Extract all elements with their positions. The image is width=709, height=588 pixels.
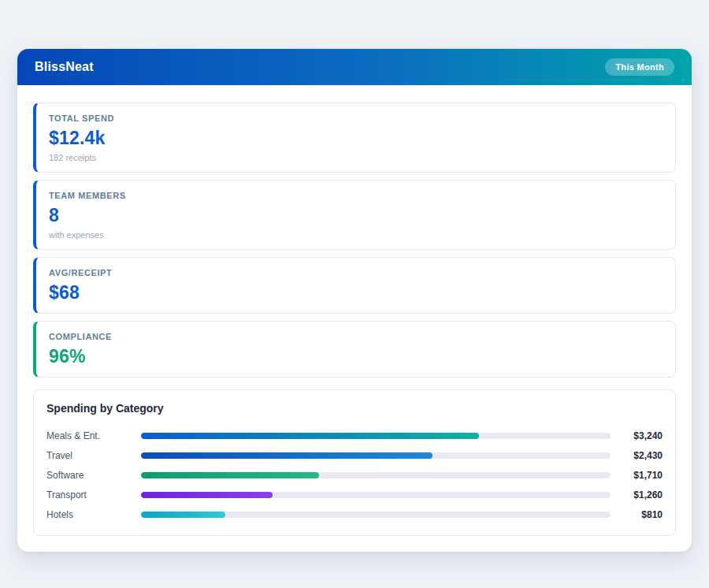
stat-value: $12.4k (49, 128, 663, 149)
value-label: $810 (611, 509, 663, 520)
stat-card-team-members: TEAM MEMBERS 8 with expenses (33, 180, 676, 250)
stat-label: AVG/RECEIPT (49, 268, 663, 277)
bar-track (141, 433, 611, 439)
spending-by-category-chart: Spending by Category Meals & Ent. $3,240… (33, 389, 676, 536)
category-label: Meals & Ent. (46, 430, 141, 441)
category-label: Transport (46, 489, 141, 501)
value-label: $1,710 (611, 470, 663, 481)
category-label: Software (46, 470, 141, 481)
bar-track (141, 472, 611, 478)
stat-value: 8 (49, 205, 663, 226)
value-label: $1,260 (611, 489, 663, 501)
chart-row-meals: Meals & Ent. $3,240 (46, 426, 663, 445)
bar-fill-transport (141, 492, 273, 498)
stat-label: COMPLIANCE (49, 332, 663, 341)
app-title: BlissNeat (35, 60, 94, 74)
period-badge[interactable]: This Month (605, 58, 674, 76)
chart-row-software: Software $1,710 (46, 465, 663, 485)
stat-value: $68 (49, 282, 663, 303)
stat-label: TEAM MEMBERS (49, 191, 663, 200)
chart-row-travel: Travel $2,430 (46, 445, 663, 465)
app-header: BlissNeat This Month (17, 49, 692, 85)
stat-subtext: 182 receipts (49, 153, 663, 162)
bar-fill-meals (141, 433, 479, 439)
bar-track (141, 512, 611, 518)
stat-value: 96% (49, 346, 663, 367)
dashboard-card: BlissNeat This Month TOTAL SPEND $12.4k … (17, 49, 692, 552)
value-label: $2,430 (611, 450, 663, 461)
stat-subtext: with expenses (49, 230, 663, 240)
chart-row-transport: Transport $1,260 (46, 485, 663, 504)
stat-card-compliance: COMPLIANCE 96% (33, 321, 676, 378)
stat-label: TOTAL SPEND (49, 114, 663, 123)
chart-title: Spending by Category (46, 402, 663, 415)
value-label: $3,240 (611, 430, 663, 441)
bar-fill-hotels (141, 512, 225, 518)
dashboard-body: TOTAL SPEND $12.4k 182 receipts TEAM MEM… (17, 85, 692, 552)
chart-row-hotels: Hotels $810 (46, 504, 663, 524)
bar-track (141, 492, 611, 498)
bar-fill-travel (141, 452, 432, 459)
category-label: Travel (46, 450, 141, 461)
stat-card-total-spend: TOTAL SPEND $12.4k 182 receipts (33, 102, 676, 173)
bar-fill-software (141, 472, 319, 478)
stat-card-avg-receipt: AVG/RECEIPT $68 (33, 257, 676, 314)
category-label: Hotels (46, 509, 141, 520)
bar-track (141, 452, 611, 459)
